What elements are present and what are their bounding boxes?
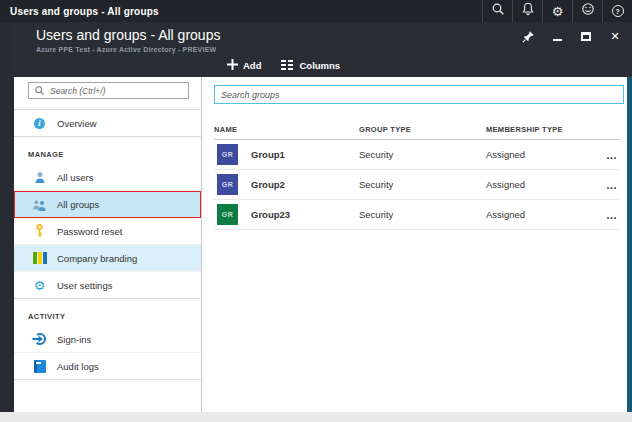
sidebar-item-user-settings[interactable]: ⚙ User settings [14, 272, 201, 299]
top-bar: Users and groups - All groups ⚙ [0, 0, 632, 22]
sidebar-item-label: Password reset [57, 226, 122, 237]
window-title: Users and groups - All groups [0, 6, 159, 17]
sign-in-icon [32, 332, 47, 346]
table-row[interactable]: GR Group2 Security Assigned … [214, 170, 620, 200]
row-context-menu-icon[interactable]: … [592, 149, 620, 161]
groups-search-input[interactable] [221, 90, 617, 100]
membership-type-cell: Assigned [486, 209, 592, 220]
close-icon[interactable]: ✕ [608, 29, 622, 43]
membership-type-cell: Assigned [486, 149, 592, 160]
group-name: Group23 [251, 209, 290, 220]
groups-table: NAME GROUP TYPE MEMBERSHIP TYPE GR Group… [214, 119, 620, 230]
sidebar-search-input[interactable] [50, 86, 183, 96]
group-type-cell: Security [359, 179, 486, 190]
add-button[interactable]: Add [227, 59, 261, 72]
group-avatar: GR [217, 144, 238, 165]
groups-search-box[interactable] [214, 85, 624, 104]
main-content: NAME GROUP TYPE MEMBERSHIP TYPE GR Group… [202, 77, 632, 412]
audit-log-icon [32, 360, 47, 373]
sidebar-item-label: Sign-ins [57, 334, 91, 345]
group-icon [32, 199, 47, 211]
sidebar: i Overview MANAGE All users All groups [14, 77, 202, 412]
sidebar-item-company-branding[interactable]: Company branding [14, 245, 201, 272]
sidebar-item-label: User settings [57, 280, 112, 291]
group-name: Group1 [251, 149, 285, 160]
maximize-icon[interactable] [579, 29, 593, 43]
column-header-membership-type: MEMBERSHIP TYPE [486, 125, 592, 134]
row-context-menu-icon[interactable]: … [592, 209, 620, 221]
notifications-button[interactable] [512, 0, 542, 22]
sidebar-item-label: Overview [57, 118, 97, 129]
minimize-icon[interactable] [550, 29, 564, 43]
bell-icon [521, 2, 535, 20]
portal-left-edge [0, 22, 14, 412]
smiley-icon [581, 2, 595, 20]
gear-icon: ⚙ [552, 5, 564, 18]
blade-header: Users and groups - All groups Azure PPE … [14, 22, 632, 77]
key-icon [32, 224, 47, 238]
screen: Users and groups - All groups ⚙ [0, 0, 632, 422]
column-header-name: NAME [214, 125, 359, 134]
topbar-icon-group: ⚙ ? [482, 0, 632, 22]
group-avatar: GR [217, 204, 238, 225]
group-avatar: GR [217, 174, 238, 195]
sidebar-item-label: Company branding [57, 253, 137, 264]
feedback-button[interactable] [572, 0, 602, 22]
command-bar: Add Columns [227, 59, 340, 72]
sidebar-search-box[interactable] [28, 82, 189, 99]
plus-icon [227, 59, 238, 72]
columns-button[interactable]: Columns [281, 60, 340, 72]
help-icon: ? [612, 5, 624, 17]
blade-scroll-edge[interactable] [627, 77, 632, 412]
section-header-manage: MANAGE [14, 137, 201, 164]
columns-icon [281, 60, 294, 72]
columns-button-label: Columns [299, 60, 340, 71]
sidebar-item-all-users[interactable]: All users [14, 164, 201, 191]
add-button-label: Add [243, 60, 261, 71]
table-row[interactable]: GR Group1 Security Assigned … [214, 140, 620, 170]
sidebar-item-sign-ins[interactable]: Sign-ins [14, 326, 201, 353]
info-icon: i [34, 118, 45, 129]
help-button[interactable]: ? [602, 0, 632, 22]
gear-icon: ⚙ [34, 279, 46, 292]
blade-users-and-groups: Users and groups - All groups Azure PPE … [14, 22, 632, 412]
settings-button[interactable]: ⚙ [542, 0, 572, 22]
section-header-activity: ACTIVITY [14, 299, 201, 326]
group-name: Group2 [251, 179, 285, 190]
blade-body: i Overview MANAGE All users All groups [14, 77, 632, 412]
sidebar-item-audit-logs[interactable]: Audit logs [14, 353, 201, 380]
search-icon [34, 82, 45, 100]
table-row[interactable]: GR Group23 Security Assigned … [214, 200, 620, 230]
row-context-menu-icon[interactable]: … [592, 179, 620, 191]
sidebar-item-password-reset[interactable]: Password reset [14, 218, 201, 245]
membership-type-cell: Assigned [486, 179, 592, 190]
blade-subtitle: Azure PPE Test - Azure Active Directory … [36, 46, 216, 53]
group-type-cell: Security [359, 209, 486, 220]
search-button[interactable] [482, 0, 512, 22]
blade-title: Users and groups - All groups [36, 27, 220, 43]
column-header-group-type: GROUP TYPE [359, 125, 486, 134]
sidebar-item-overview[interactable]: i Overview [14, 110, 201, 137]
sidebar-item-label: All users [57, 172, 93, 183]
search-icon [491, 2, 505, 20]
sidebar-item-all-groups[interactable]: All groups [14, 191, 201, 218]
pin-icon[interactable] [521, 29, 535, 43]
table-header-row: NAME GROUP TYPE MEMBERSHIP TYPE [214, 119, 620, 140]
branding-bars-icon [32, 252, 47, 264]
sidebar-item-label: Audit logs [57, 361, 99, 372]
group-type-cell: Security [359, 149, 486, 160]
sidebar-item-label: All groups [57, 199, 99, 210]
blade-window-controls: ✕ [521, 29, 622, 43]
user-icon [32, 171, 47, 184]
